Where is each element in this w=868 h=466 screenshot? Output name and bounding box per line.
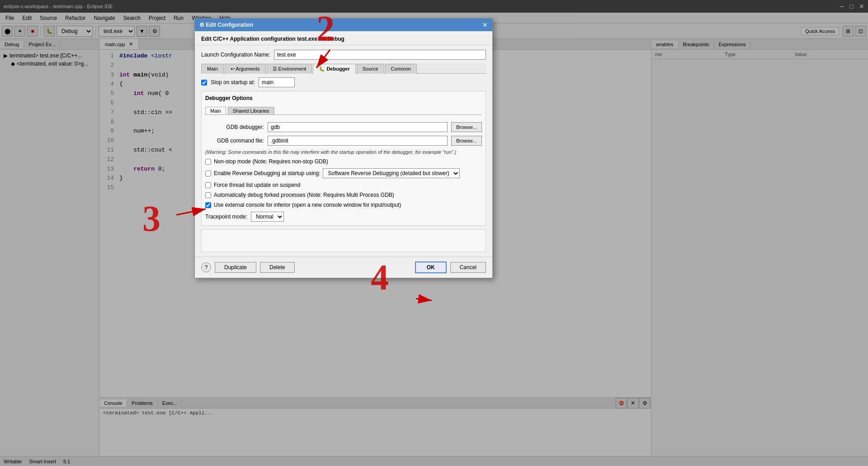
arguments-tab-label: Arguments — [236, 66, 259, 71]
environment-tab-icon: ☰ — [273, 66, 277, 71]
dialog-body: Launch Configuration Name: Main ↩ Argume… — [195, 45, 492, 257]
dialog-tab-debugger[interactable]: 🐛 Debugger — [313, 64, 355, 74]
external-console-checkbox[interactable] — [205, 202, 211, 208]
dialog-tab-main[interactable]: Main — [201, 64, 224, 74]
debugger-tab-label: Debugger — [326, 66, 349, 71]
checkbox-force-thread: Force thread list update on suspend — [205, 182, 482, 188]
warning-text: (Warning: Some commands in this file may… — [205, 149, 482, 155]
source-tab-label: Source — [363, 66, 378, 71]
gdb-command-row: GDB command file: Browse... — [205, 136, 482, 146]
dialog-footer: ? Duplicate Delete OK Cancel — [195, 257, 492, 278]
gdb-debugger-input[interactable] — [268, 122, 448, 132]
dialog-header: Edit C/C++ Application configuration tes… — [195, 31, 492, 45]
nonstop-label: Non-stop mode (Note: Requires non-stop G… — [214, 158, 328, 165]
cancel-button[interactable]: Cancel — [450, 262, 486, 273]
reverse-debug-select[interactable]: Software Reverse Debugging (detailed but… — [323, 168, 460, 178]
debugger-options-title: Debugger Options — [205, 95, 482, 101]
dialog-title-bar: ⚙ Edit Configuration ✕ — [195, 19, 492, 31]
force-thread-checkbox[interactable] — [205, 182, 211, 188]
stop-startup-checkbox[interactable] — [201, 80, 207, 86]
common-tab-label: Common — [391, 66, 411, 71]
sub-tab-shared-libs[interactable]: Shared Libraries — [228, 107, 274, 114]
delete-button[interactable]: Delete — [260, 262, 295, 273]
config-name-label: Launch Configuration Name: — [201, 52, 270, 58]
checkbox-nonstop: Non-stop mode (Note: Requires non-stop G… — [205, 158, 482, 165]
dialog-subtitle: Edit C/C++ Application configuration tes… — [201, 36, 344, 42]
config-name-input[interactable] — [274, 50, 486, 60]
auto-fork-label: Automatically debug forked processes (No… — [214, 192, 394, 198]
stop-startup-input[interactable] — [259, 77, 295, 87]
dialog-tab-strip: Main ↩ Arguments ☰ Environment 🐛 Debugge… — [201, 63, 486, 74]
dialog-title: Edit Configuration — [206, 22, 253, 28]
gdb-command-label: GDB command file: — [205, 138, 264, 144]
checkbox-external-console: Use external console for inferior (open … — [205, 202, 482, 208]
debugger-sub-tabs: Main Shared Libraries — [205, 107, 482, 115]
environment-tab-label: Environment — [278, 66, 307, 71]
dialog-icon: ⚙ — [199, 22, 204, 28]
edit-configuration-dialog: ⚙ Edit Configuration ✕ Edit C/C++ Applic… — [194, 18, 493, 278]
duplicate-button[interactable]: Duplicate — [215, 262, 256, 273]
gdb-command-input[interactable] — [268, 136, 448, 146]
ok-button[interactable]: OK — [415, 262, 447, 273]
stop-startup-label: Stop on startup at: — [211, 79, 255, 86]
gdb-command-browse-btn[interactable]: Browse... — [451, 136, 482, 146]
auto-fork-checkbox[interactable] — [205, 192, 211, 198]
dialog-tab-arguments[interactable]: ↩ Arguments — [225, 64, 266, 74]
reverse-debug-checkbox[interactable] — [205, 171, 211, 176]
tracepoint-select[interactable]: Normal — [251, 212, 284, 222]
debugger-options-section: Debugger Options Main Shared Libraries G… — [201, 91, 486, 226]
gdb-debugger-label: GDB debugger: — [205, 124, 264, 130]
modal-overlay: ⚙ Edit Configuration ✕ Edit C/C++ Applic… — [0, 0, 868, 466]
dialog-scroll-area[interactable] — [201, 229, 486, 252]
gdb-debugger-browse-btn[interactable]: Browse... — [451, 122, 482, 132]
config-name-row: Launch Configuration Name: — [201, 50, 486, 60]
dialog-tab-common[interactable]: Common — [385, 64, 417, 74]
gdb-debugger-row: GDB debugger: Browse... — [205, 122, 482, 132]
arguments-tab-icon: ↩ — [231, 66, 235, 71]
external-console-label: Use external console for inferior (open … — [214, 202, 401, 208]
dialog-tab-environment[interactable]: ☰ Environment — [267, 64, 312, 74]
checkbox-auto-fork: Automatically debug forked processes (No… — [205, 192, 482, 198]
stop-startup-row: Stop on startup at: — [201, 77, 486, 87]
sub-tab-main[interactable]: Main — [205, 107, 226, 114]
main-tab-label: Main — [207, 66, 218, 71]
dialog-tab-source[interactable]: Source — [357, 64, 384, 74]
debugger-tab-icon: 🐛 — [319, 66, 325, 71]
dialog-close-button[interactable]: ✕ — [482, 22, 488, 28]
reverse-debug-label: Enable Reverse Debugging at startup usin… — [214, 170, 320, 176]
tracepoint-label: Tracepoint mode: — [205, 214, 247, 220]
checkbox-reverse-debug: Enable Reverse Debugging at startup usin… — [205, 168, 482, 178]
help-button[interactable]: ? — [201, 262, 211, 272]
nonstop-checkbox[interactable] — [205, 159, 211, 165]
force-thread-label: Force thread list update on suspend — [214, 182, 300, 188]
tracepoint-row: Tracepoint mode: Normal — [205, 212, 482, 222]
